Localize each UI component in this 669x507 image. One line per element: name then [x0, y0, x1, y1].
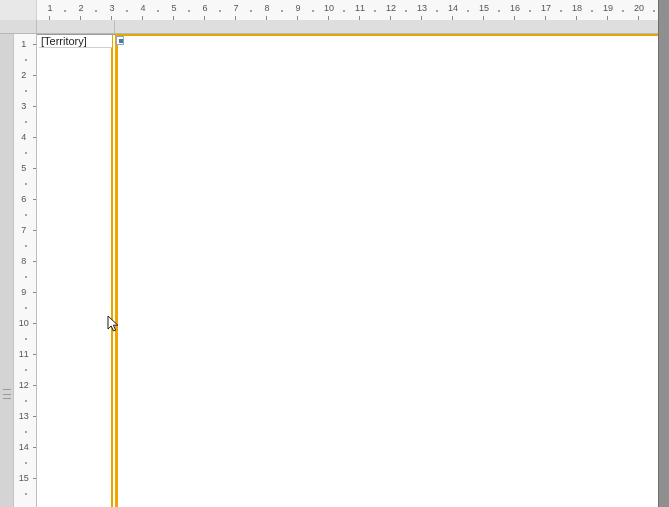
- hruler-subtick: [622, 10, 624, 12]
- vruler-subtick: [25, 121, 27, 123]
- vruler-subtick: [25, 59, 27, 61]
- selection-top-border: [115, 34, 658, 36]
- vruler-subtick: [25, 369, 27, 371]
- hruler-subtick: [591, 10, 593, 12]
- design-canvas[interactable]: [Territory]: [37, 34, 658, 507]
- column-header-row: [0, 20, 658, 34]
- vertical-ruler-column: 123456789101112131415: [0, 34, 37, 507]
- hruler-subtick: [95, 10, 97, 12]
- vruler-subtick: [25, 307, 27, 309]
- hruler-subtick: [219, 10, 221, 12]
- vruler-subtick: [25, 276, 27, 278]
- vruler-subtick: [25, 462, 27, 464]
- hruler-subtick: [374, 10, 376, 12]
- vruler-subtick: [25, 90, 27, 92]
- column-divider-selected[interactable]: [115, 35, 118, 507]
- column-header-2[interactable]: [115, 20, 658, 33]
- vruler-subtick: [25, 245, 27, 247]
- horizontal-ruler-row: 1234567891011121314151617181920: [0, 0, 658, 20]
- hruler-subtick: [436, 10, 438, 12]
- hruler-subtick: [467, 10, 469, 12]
- hruler-subtick: [126, 10, 128, 12]
- vruler-subtick: [25, 338, 27, 340]
- field-cell-territory[interactable]: [Territory]: [39, 35, 112, 48]
- vruler-subtick: [25, 152, 27, 154]
- ruler-corner: [0, 0, 37, 20]
- vertical-gutter: [0, 34, 14, 507]
- column-header-1[interactable]: [37, 20, 115, 33]
- cell-resize-handle-icon[interactable]: [116, 36, 124, 45]
- hruler-subtick: [157, 10, 159, 12]
- row-header-corner[interactable]: [0, 20, 37, 33]
- field-label: [Territory]: [39, 35, 112, 48]
- hruler-subtick: [281, 10, 283, 12]
- main-area: 123456789101112131415 [Territory]: [0, 34, 658, 507]
- hruler-subtick: [188, 10, 190, 12]
- vruler-subtick: [25, 214, 27, 216]
- vruler-subtick: [25, 183, 27, 185]
- report-designer: 1234567891011121314151617181920 12345678…: [0, 0, 658, 507]
- split-handle-icon[interactable]: [3, 389, 11, 399]
- vruler-subtick: [25, 431, 27, 433]
- column-1[interactable]: [Territory]: [37, 35, 113, 507]
- hruler-subtick: [64, 10, 66, 12]
- right-gutter: [658, 0, 669, 507]
- hruler-subtick: [560, 10, 562, 12]
- hruler-subtick: [250, 10, 252, 12]
- horizontal-ruler[interactable]: 1234567891011121314151617181920: [37, 0, 658, 20]
- hruler-subtick: [312, 10, 314, 12]
- hruler-subtick: [405, 10, 407, 12]
- hruler-subtick: [653, 10, 655, 12]
- hruler-subtick: [343, 10, 345, 12]
- vertical-ruler[interactable]: 123456789101112131415: [14, 34, 36, 507]
- hruler-subtick: [529, 10, 531, 12]
- hruler-subtick: [498, 10, 500, 12]
- vruler-subtick: [25, 493, 27, 495]
- vruler-subtick: [25, 400, 27, 402]
